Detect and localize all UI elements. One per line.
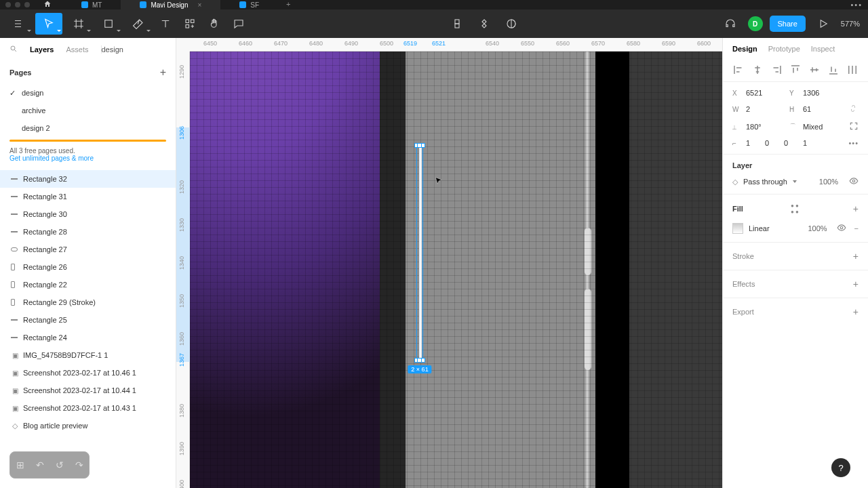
inspect-tab[interactable]: Inspect: [811, 45, 835, 53]
search-icon[interactable]: [9, 45, 18, 54]
h-input[interactable]: 61: [803, 105, 841, 113]
x-input[interactable]: 6521: [746, 89, 784, 97]
fill-type[interactable]: Linear: [749, 224, 770, 232]
assets-tab[interactable]: Assets: [66, 45, 88, 54]
page-selector[interactable]: design: [101, 45, 167, 54]
move-tool[interactable]: [35, 13, 62, 35]
remove-fill-button[interactable]: −: [854, 224, 859, 232]
align-hcenter-icon[interactable]: [751, 64, 764, 73]
scroll-indicator[interactable]: [722, 155, 723, 188]
add-export-button[interactable]: +: [853, 306, 859, 317]
distribute-icon[interactable]: [846, 64, 859, 73]
layer-item[interactable]: Screenshot 2023-02-17 at 10.46 1: [0, 364, 176, 382]
shape-tool[interactable]: [95, 13, 122, 35]
blend-mode-select[interactable]: Pass through: [743, 178, 787, 186]
mask-icon[interactable]: [473, 13, 495, 35]
opacity-input[interactable]: 100%: [819, 178, 838, 186]
home-icon[interactable]: [43, 0, 52, 9]
rotation-input[interactable]: 180°: [746, 123, 784, 131]
comment-tool[interactable]: [228, 13, 250, 35]
layer-item[interactable]: Rectangle 31: [0, 188, 176, 205]
layer-item[interactable]: Rectangle 29 (Stroke): [0, 293, 176, 311]
close-icon[interactable]: ×: [197, 1, 201, 9]
canvas[interactable]: 2 × 61: [190, 52, 722, 488]
boolean-icon[interactable]: [500, 13, 522, 35]
more-icon[interactable]: •••: [848, 139, 859, 147]
add-fill-button[interactable]: +: [853, 203, 859, 214]
page-item[interactable]: design: [0, 84, 176, 102]
file-tab[interactable]: SF: [220, 0, 278, 9]
corner-input[interactable]: 1: [803, 139, 816, 147]
layer-item[interactable]: ◇Blog article preview: [0, 417, 176, 434]
selection-bounds[interactable]: 2 × 61: [416, 145, 423, 361]
layer-item[interactable]: Screenshot 2023-02-17 at 10.43 1: [0, 399, 176, 417]
visibility-icon[interactable]: [849, 176, 859, 187]
canvas-area[interactable]: 6450646064706480649065006519652165406550…: [176, 38, 722, 488]
page-item[interactable]: archive: [0, 102, 176, 119]
constrain-icon[interactable]: [849, 104, 859, 115]
radius-input[interactable]: Mixed: [803, 123, 841, 131]
y-input[interactable]: 1306: [803, 89, 841, 97]
widget-icon[interactable]: ↷: [75, 460, 83, 470]
cursor-icon: [434, 176, 443, 186]
layer-item[interactable]: IMG_54758B9D7FCF-1 1: [0, 346, 176, 364]
present-button[interactable]: [812, 13, 834, 35]
upgrade-link[interactable]: Get unlimited pages & more: [9, 155, 94, 162]
corner-input[interactable]: 0: [784, 139, 797, 147]
file-tab[interactable]: MT: [62, 0, 121, 9]
window-controls[interactable]: [5, 2, 30, 7]
align-bottom-icon[interactable]: [827, 64, 840, 73]
layer-item[interactable]: Rectangle 25: [0, 311, 176, 329]
widget-icon[interactable]: ⊞: [16, 460, 24, 470]
avatar[interactable]: D: [748, 16, 763, 31]
overflow-menu-icon[interactable]: •••: [850, 1, 863, 9]
layers-tab[interactable]: Layers: [30, 45, 54, 54]
fill-swatch[interactable]: [732, 223, 743, 234]
pages-header: Pages +: [0, 61, 176, 84]
svg-point-9: [840, 226, 843, 229]
align-right-icon[interactable]: [770, 64, 783, 73]
text-tool[interactable]: [155, 13, 176, 35]
main-menu-button[interactable]: [5, 13, 33, 35]
widget-icon[interactable]: ↶: [36, 460, 44, 470]
hand-tool[interactable]: [203, 13, 225, 35]
layer-item[interactable]: Screenshot 2023-02-17 at 10.44 1: [0, 382, 176, 399]
add-tab-button[interactable]: +: [278, 0, 298, 9]
layer-item[interactable]: Rectangle 24: [0, 329, 176, 346]
w-input[interactable]: 2: [746, 105, 784, 113]
zoom-control[interactable]: 577%: [841, 20, 863, 28]
fill-opacity[interactable]: 100%: [808, 224, 827, 232]
layer-item[interactable]: Rectangle 26: [0, 258, 176, 276]
frame-tool[interactable]: [65, 13, 92, 35]
resources-tool[interactable]: [179, 13, 201, 35]
layer-item[interactable]: Rectangle 32: [0, 170, 176, 188]
layer-item[interactable]: Rectangle 30: [0, 205, 176, 223]
align-left-icon[interactable]: [732, 64, 745, 73]
headphones-icon[interactable]: [719, 13, 741, 35]
layer-item[interactable]: Rectangle 22: [0, 276, 176, 293]
resize-handle[interactable]: [417, 143, 422, 148]
pen-tool[interactable]: [125, 13, 152, 35]
help-button[interactable]: ?: [831, 458, 850, 477]
layer-item[interactable]: Rectangle 28: [0, 223, 176, 241]
prototype-tab[interactable]: Prototype: [768, 45, 800, 53]
share-button[interactable]: Share: [770, 16, 806, 32]
widget-icon[interactable]: ↺: [56, 460, 64, 470]
component-icon[interactable]: [446, 13, 468, 35]
style-icon[interactable]: ● ●● ●: [791, 203, 799, 215]
add-page-button[interactable]: +: [160, 66, 166, 79]
independent-corners-icon[interactable]: [849, 121, 859, 132]
add-effect-button[interactable]: +: [853, 279, 859, 289]
design-tab[interactable]: Design: [732, 45, 757, 53]
page-item[interactable]: design 2: [0, 119, 176, 137]
corner-input[interactable]: 1: [746, 139, 760, 147]
corner-input[interactable]: 0: [765, 139, 778, 147]
file-tab[interactable]: Mavi Design×: [121, 0, 220, 9]
align-vcenter-icon[interactable]: [808, 64, 821, 73]
visibility-icon[interactable]: [837, 223, 846, 234]
add-stroke-button[interactable]: +: [853, 251, 859, 262]
resize-handle[interactable]: [417, 358, 422, 363]
align-top-icon[interactable]: [789, 64, 802, 73]
layer-item[interactable]: Rectangle 27: [0, 241, 176, 258]
floating-toolbar[interactable]: ⊞ ↶ ↺ ↷: [9, 451, 90, 479]
